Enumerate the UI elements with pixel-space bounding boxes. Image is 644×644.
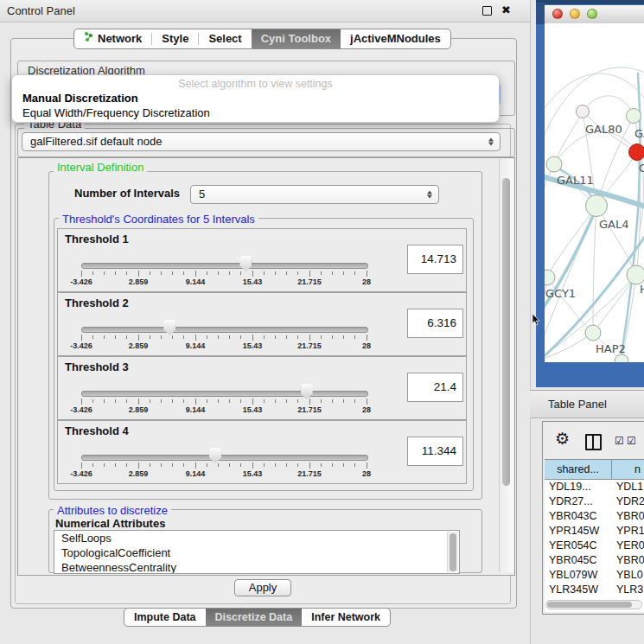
gear-icon[interactable]: ⚙: [555, 430, 570, 447]
slider-track[interactable]: [81, 391, 368, 397]
network-edge[interactable]: [554, 131, 637, 164]
network-node-gcy1[interactable]: [545, 270, 555, 285]
network-edge[interactable]: [547, 277, 593, 333]
table-row[interactable]: YPR145WYPR1: [545, 524, 644, 539]
table-row[interactable]: YDL19...YDL1: [545, 480, 644, 494]
threshold-label: Threshold 1: [65, 233, 129, 245]
slider-track[interactable]: [81, 263, 368, 269]
slider-tick: [321, 335, 322, 339]
attribute-list-item[interactable]: BetweennessCentrality: [54, 560, 459, 574]
numerical-attributes-list[interactable]: SelfLoopsTopologicalCoefficientBetweenne…: [54, 530, 460, 574]
window-close-button[interactable]: [552, 9, 563, 19]
threshold-value-field[interactable]: 11.344: [407, 437, 463, 466]
network-node-gal4[interactable]: [586, 195, 608, 217]
slider-tick: [104, 271, 105, 275]
threshold-value-field[interactable]: 21.4: [407, 373, 463, 402]
table-row[interactable]: YLR345WYLR3: [545, 583, 644, 597]
slider-tick-label: 2.859: [119, 405, 157, 414]
table-row[interactable]: YBL079WYBL0: [545, 568, 644, 583]
tab-jactivemnodules[interactable]: jActiveMNodules: [341, 29, 450, 48]
table-row[interactable]: YBR043CYBR0: [545, 509, 644, 524]
slider-tick: [138, 399, 139, 405]
table-scrollbar-thumb[interactable]: [547, 602, 632, 608]
attribute-list-item[interactable]: TopologicalCoefficient: [54, 545, 459, 560]
network-canvas[interactable]: GAL80GACGAL11GAL4GCY1HHAP2: [545, 23, 644, 362]
threshold-value-field[interactable]: 6.316: [407, 309, 463, 338]
slider-thumb[interactable]: [239, 256, 252, 271]
network-node-label: HAP2: [596, 342, 626, 355]
attribute-list-item[interactable]: SelfLoops: [54, 531, 459, 545]
column-header-name[interactable]: n: [612, 460, 644, 479]
network-node-ga[interactable]: [627, 109, 641, 124]
threshold-box: Threshold 4-3.4262.8599.14415.4321.71528…: [57, 420, 467, 484]
tab-impute-data[interactable]: Impute Data: [124, 609, 206, 626]
slider-tick: [275, 463, 276, 467]
slider-tick: [332, 271, 333, 275]
settings-vertical-scrollbar[interactable]: [499, 159, 513, 572]
tab-style[interactable]: Style: [152, 29, 198, 48]
threshold-box: Threshold 1-3.4262.8599.14415.4321.71528…: [57, 228, 467, 292]
window-minimize-button[interactable]: [570, 9, 580, 19]
tab-discretize-data[interactable]: Discretize Data: [206, 609, 303, 626]
network-edge[interactable]: [545, 164, 554, 222]
slider-thumb[interactable]: [301, 384, 313, 399]
table-data-combobox[interactable]: galFiltered.sif default node: [22, 132, 501, 151]
slider-tick: [321, 399, 322, 403]
threshold-box: Threshold 3-3.4262.8599.14415.4321.71528…: [57, 356, 467, 420]
checked-box-icon[interactable]: ☑: [627, 436, 636, 446]
control-panel-tabbar: NetworkStyleSelectCyni ToolboxjActiveMNo…: [73, 29, 451, 49]
slider-tick: [229, 463, 230, 467]
apply-button[interactable]: Apply: [234, 579, 291, 596]
node-table-header[interactable]: shared... n: [545, 459, 644, 480]
table-row[interactable]: YDR27...YDR2: [545, 494, 644, 509]
slider-tick: [321, 271, 322, 275]
slider-track[interactable]: [81, 455, 368, 461]
split-columns-icon[interactable]: [585, 434, 602, 450]
slider-track[interactable]: [81, 327, 368, 333]
mouse-cursor-icon: [532, 314, 540, 326]
slider-thumb[interactable]: [163, 320, 175, 335]
dropdown-option[interactable]: Manual Discretization: [12, 91, 499, 105]
threshold-value-field[interactable]: 14.713: [407, 245, 463, 274]
slider-tick: [297, 463, 298, 467]
network-node-gal11[interactable]: [546, 156, 562, 172]
checked-box-icon[interactable]: ☑: [615, 436, 624, 446]
tab-infer-network[interactable]: Infer Network: [302, 609, 390, 626]
network-edge[interactable]: [554, 112, 583, 164]
window-zoom-button[interactable]: [587, 9, 597, 19]
slider-tick: [195, 335, 196, 341]
close-icon[interactable]: ✖: [501, 3, 511, 16]
tab-cyni-toolbox[interactable]: Cyni Toolbox: [252, 29, 341, 48]
number-of-intervals-spinner[interactable]: 5: [190, 185, 439, 204]
network-edge[interactable]: [583, 96, 634, 116]
slider-tick: [138, 335, 139, 341]
network-node-hap2[interactable]: [585, 325, 601, 341]
dropdown-option[interactable]: Equal Width/Frequency Discretization: [12, 105, 499, 120]
slider-tick: [183, 463, 184, 467]
network-node-c[interactable]: [629, 144, 644, 161]
table-row[interactable]: YBR045CYBR0: [545, 553, 644, 568]
slider-tick: [81, 271, 82, 277]
slider-tick: [161, 335, 162, 339]
network-node-h[interactable]: [627, 265, 644, 284]
float-window-icon[interactable]: [482, 6, 492, 16]
list-scrollbar-thumb[interactable]: [450, 533, 456, 571]
slider-tick-label: 21.715: [290, 277, 328, 286]
attributes-group-label: Attributes to discretize: [54, 504, 171, 517]
slider-tick: [297, 271, 298, 275]
screenshot-stage: Control Panel ✖ NetworkStyleSelectCyni T…: [0, 0, 644, 644]
table-cell-shared-name: YDR27...: [545, 494, 611, 509]
slider-tick-label: 21.715: [290, 405, 328, 414]
column-header-shared-name[interactable]: shared...: [545, 460, 612, 479]
settings-scrollbar-thumb[interactable]: [502, 178, 510, 486]
tab-select[interactable]: Select: [199, 29, 251, 48]
slider-thumb[interactable]: [209, 448, 221, 463]
list-scrollbar[interactable]: [447, 532, 458, 572]
interval-definition-label: Interval Definition: [54, 161, 147, 174]
table-horizontal-scrollbar[interactable]: [545, 600, 642, 609]
table-row[interactable]: YER054CYER0: [545, 539, 644, 553]
slider-tick: [286, 335, 287, 339]
network-edge[interactable]: [596, 206, 636, 275]
tab-network[interactable]: Network: [74, 29, 151, 48]
network-node-gal80[interactable]: [577, 105, 590, 118]
